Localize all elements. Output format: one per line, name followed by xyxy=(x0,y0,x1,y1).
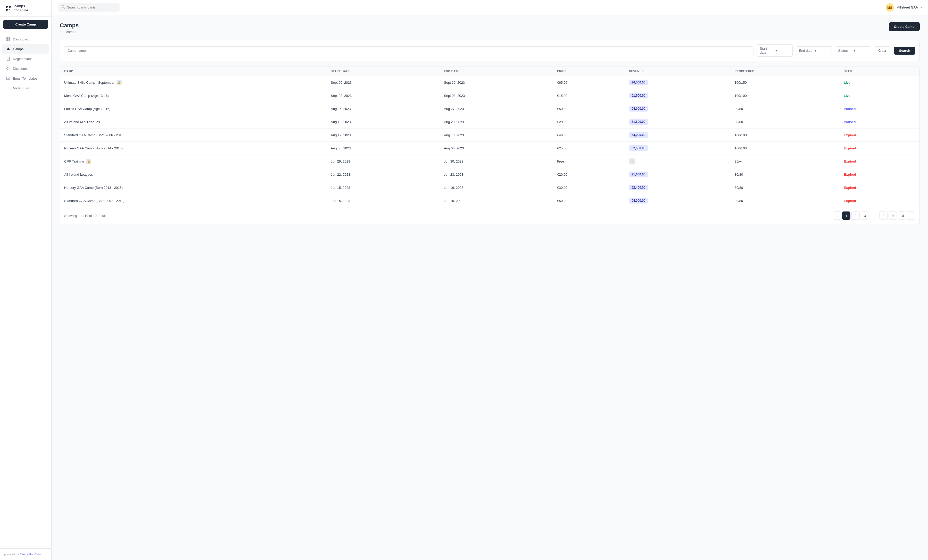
svg-rect-4 xyxy=(6,37,8,39)
end-date-cell: Aug 06, 2023 xyxy=(440,142,553,155)
status-badge: Paused xyxy=(844,120,856,124)
table-row[interactable]: Nursery GAA Camp (Born 2013 - 2015) Jun … xyxy=(60,181,919,194)
page-10-button[interactable]: 10 xyxy=(898,212,906,220)
page-2-button[interactable]: 2 xyxy=(852,212,860,220)
search-button[interactable]: Search xyxy=(894,47,915,55)
camps-table: CAMP START DATE END DATE PRICE REVENUE R… xyxy=(60,66,920,224)
start-date-label: Start date xyxy=(760,47,774,54)
sidebar-item-mailing-list[interactable]: Mailing List xyxy=(2,84,49,93)
create-camp-button[interactable]: Create Camp xyxy=(889,22,920,31)
svg-rect-5 xyxy=(9,37,10,39)
revenue-value: €4,000.00 xyxy=(629,198,648,204)
end-date-cell: Jun 16, 2023 xyxy=(440,181,553,194)
price-cell: €20.00 xyxy=(553,168,625,181)
price-cell: €15.00 xyxy=(553,89,625,102)
table-row[interactable]: Nursery GAA Camp (Born 2014 - 2016) Aug … xyxy=(60,142,919,155)
table-row[interactable]: All Ireland Mini Leagues Aug 19, 2023 Au… xyxy=(60,116,919,129)
status-badge: Expired xyxy=(844,173,856,177)
end-date-select[interactable]: End date ▾ xyxy=(796,46,832,55)
start-date-chevron-icon: ▾ xyxy=(775,49,789,53)
page-9-button[interactable]: 9 xyxy=(888,212,897,220)
camp-name-cell: Ultimate Skills Camp - September 🔒 xyxy=(60,76,327,89)
revenue-cell: €4,000.00 xyxy=(625,129,731,142)
svg-point-19 xyxy=(7,89,7,90)
status-badge: Paused xyxy=(844,107,856,111)
status-label: Status xyxy=(838,49,852,53)
footer-brand-link[interactable]: Camps For Cubs xyxy=(20,553,41,556)
sidebar-item-registrations[interactable]: Registrations xyxy=(2,54,49,63)
price-cell: €25.00 xyxy=(553,142,625,155)
sidebar-item-mailing-list-label: Mailing List xyxy=(13,86,30,90)
price-cell: €40.00 xyxy=(553,129,625,142)
end-date-cell: Jun 23, 2023 xyxy=(440,168,553,181)
status-badge: Expired xyxy=(844,133,856,137)
tent-icon xyxy=(6,47,10,51)
svg-point-12 xyxy=(9,68,9,68)
status-badge: Expired xyxy=(844,199,856,203)
col-status: STATUS xyxy=(839,67,919,76)
revenue-cell: €2,400.00 xyxy=(625,181,731,194)
sidebar-create-camp-button[interactable]: Create Camp xyxy=(3,20,48,29)
user-menu[interactable]: MG Millstreet GAA ▾ xyxy=(886,3,922,12)
sidebar-item-email-templates[interactable]: Email Templates xyxy=(2,74,49,83)
table-row[interactable]: Standard GAA Camp (Born 2006 - 2013) Aug… xyxy=(60,129,919,142)
camp-name-text: Standard GAA Camp (Born 2007 - 2012) xyxy=(64,199,125,203)
svg-text:MG: MG xyxy=(887,6,892,9)
sidebar-item-dashboard[interactable]: Dashboard xyxy=(2,35,49,44)
search-input[interactable] xyxy=(67,5,116,9)
registered-cell: 80/80 xyxy=(731,181,840,194)
table-row[interactable]: Standard GAA Camp (Born 2007 - 2012) Jun… xyxy=(60,194,919,207)
prev-page-button[interactable]: ‹ xyxy=(833,212,841,220)
status-cell: Live xyxy=(839,76,919,89)
end-date-cell: Jun 16, 2023 xyxy=(440,194,553,207)
registered-cell: 100/100 xyxy=(731,129,840,142)
registered-cell: 25/∞ xyxy=(731,155,840,168)
sidebar-item-camps-label: Camps xyxy=(13,47,23,51)
status-badge: Expired xyxy=(844,146,856,150)
table-row[interactable]: All Ireland Leagues Jun 22, 2023 Jun 23,… xyxy=(60,168,919,181)
table-row[interactable]: Ultimate Skills Camp - September 🔒 Sept … xyxy=(60,76,919,89)
camp-name-text: CPR Training xyxy=(64,160,84,163)
registered-cell: 80/80 xyxy=(731,194,840,207)
pagination: Showing 1 to 10 of 10 results ‹ 1 2 3 ..… xyxy=(60,207,919,224)
status-cell: Expired xyxy=(839,129,919,142)
revenue-value: €1,600.00 xyxy=(629,172,648,177)
table-row[interactable]: CPR Training 🔒 Jun 29, 2023 Jun 30, 2023… xyxy=(60,155,919,168)
start-date-select[interactable]: Start date ▾ xyxy=(757,44,793,57)
svg-point-3 xyxy=(9,9,10,10)
next-page-button[interactable]: › xyxy=(907,212,915,220)
end-date-cell: Aug 13, 2023 xyxy=(440,129,553,142)
svg-line-21 xyxy=(64,8,65,9)
camp-name-input[interactable] xyxy=(64,46,754,55)
pagination-info: Showing 1 to 10 of 10 results xyxy=(64,214,107,218)
price-cell: Free xyxy=(553,155,625,168)
clear-button[interactable]: Clear xyxy=(874,46,891,55)
topbar: MG Millstreet GAA ▾ xyxy=(52,0,928,15)
svg-rect-6 xyxy=(6,40,8,41)
search-icon xyxy=(61,5,65,9)
status-cell: Expired xyxy=(839,168,919,181)
page-1-button[interactable]: 1 xyxy=(842,212,850,220)
revenue-cell: - xyxy=(625,155,731,168)
sidebar-item-discounts[interactable]: Discounts xyxy=(2,64,49,73)
table-row[interactable]: Mens GAA Camp (Age 13-16) Sept 02, 2023 … xyxy=(60,89,919,102)
search-bar[interactable] xyxy=(58,3,120,12)
status-select[interactable]: Status ▾ xyxy=(835,46,871,55)
start-date-cell: Aug 19, 2023 xyxy=(327,116,440,129)
sidebar-item-email-templates-label: Email Templates xyxy=(13,76,37,81)
camp-name-text: Ladies GAA Camp (Age 13-16) xyxy=(64,107,110,111)
sidebar-item-camps[interactable]: Camps xyxy=(2,44,49,53)
svg-point-18 xyxy=(7,88,7,88)
status-badge: Expired xyxy=(844,186,856,190)
table-row[interactable]: Ladies GAA Camp (Age 13-16) Aug 26, 2023… xyxy=(60,102,919,116)
svg-point-17 xyxy=(7,87,7,87)
page-3-button[interactable]: 3 xyxy=(861,212,869,220)
col-end-date: END DATE xyxy=(440,67,553,76)
start-date-cell: Jun 22, 2023 xyxy=(327,168,440,181)
camp-name-text: All Ireland Leagues xyxy=(64,173,93,177)
clipboard-icon xyxy=(6,57,10,61)
status-cell: Paused xyxy=(839,116,919,129)
start-date-cell: Aug 05, 2023 xyxy=(327,142,440,155)
page-8-button[interactable]: 8 xyxy=(879,212,888,220)
revenue-value: €2,500.00 xyxy=(629,145,648,151)
